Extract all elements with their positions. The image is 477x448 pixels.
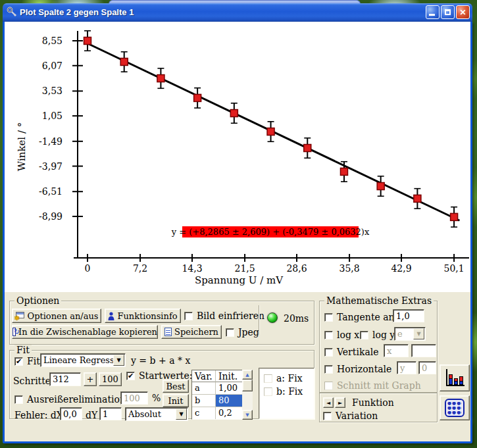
horizontale-var-input[interactable]: y — [397, 361, 416, 374]
schritte-100-button[interactable]: 100 — [99, 372, 122, 386]
statistics-chart-button[interactable] — [439, 364, 470, 391]
horizontale-value-input[interactable]: 0 — [418, 361, 436, 374]
scroll-down-button[interactable]: ▼ — [242, 410, 253, 420]
plot-canvas[interactable]: 8,556,073,531,05-1,49-3,97-6,51-8,9907,2… — [5, 22, 470, 292]
close-button[interactable]: ✕ — [456, 5, 470, 19]
funktion-next-button[interactable]: ► — [335, 397, 345, 408]
logy-checkbox[interactable]: log y — [360, 330, 395, 340]
data-point-marker — [120, 58, 128, 65]
startwerte-table[interactable]: Var.Init.a1,00b80c0,2 — [191, 370, 243, 420]
bild-einfrieren-checkbox[interactable]: Bild einfrieren — [184, 311, 264, 321]
divider — [259, 305, 260, 335]
table-cell[interactable]: 1,00 — [216, 382, 243, 395]
vertikale-value-input[interactable] — [411, 344, 436, 357]
table-header[interactable]: Var. — [192, 370, 216, 382]
fehler-dy-input[interactable]: 1 — [99, 407, 122, 420]
y-tick-label: 1,05 — [42, 111, 63, 121]
funktion-label: Funktion — [352, 397, 394, 408]
table-cell[interactable]: a — [192, 382, 216, 395]
combo-arrow-icon[interactable]: ▼ — [113, 355, 124, 366]
x-tick-label: 0 — [85, 263, 91, 274]
refresh-interval-label: 20ms — [284, 313, 309, 324]
minimize-button[interactable] — [426, 5, 439, 19]
fit-formula-label: y = b + a * x — [131, 355, 190, 366]
zwischenablage-button[interactable]: ↻ In die Zwischenablage kopieren — [12, 325, 158, 339]
abacus-icon: ●●●●●● ●●●●●● ●●●●●● — [445, 399, 464, 417]
y-tick-label: -6,51 — [39, 186, 63, 197]
b-fix-checkbox[interactable]: b: Fix — [264, 386, 303, 397]
fehler-combobox[interactable]: Absolut ▼ — [125, 407, 188, 421]
ausreisser-checkbox[interactable]: Ausreißerelimination — [14, 394, 126, 405]
bar-chart-icon — [445, 369, 464, 387]
window-title: Plot Spalte 2 gegen Spalte 1 — [20, 7, 134, 17]
table-cell[interactable]: b — [192, 395, 216, 407]
variation-checkbox[interactable]: Variation — [323, 411, 378, 421]
save-document-icon — [164, 328, 172, 336]
y-tick-label: -1,49 — [39, 136, 63, 147]
window-key-icon — [7, 7, 18, 18]
fit-checkbox[interactable]: ✔ Fit — [14, 356, 40, 366]
fehler-dx-input[interactable]: 0,0 — [60, 407, 82, 420]
data-point-marker — [451, 213, 458, 220]
vertikale-checkbox[interactable]: Vertikale — [324, 347, 379, 357]
y-tick-label: 3,53 — [42, 86, 63, 96]
speichern-button[interactable]: Speichern — [161, 325, 222, 339]
clipboard-icon: ↻ — [13, 328, 16, 336]
maximize-button[interactable] — [441, 5, 455, 19]
optionen-group-label: Optionen — [14, 295, 61, 306]
fehler-dx-label: Fehler: dX — [14, 410, 63, 420]
schnitt-checkbox[interactable]: Schnitt mit Graph — [324, 380, 421, 391]
tangente-checkbox[interactable]: Tangente an — [324, 312, 395, 322]
data-point-marker — [84, 37, 91, 45]
init-button[interactable]: Init — [163, 394, 189, 407]
x-tick-label: 28,6 — [286, 263, 307, 274]
data-point-marker — [230, 110, 238, 117]
horizontale-checkbox[interactable]: Horizontale — [324, 364, 391, 374]
scroll-up-button[interactable]: ▲ — [242, 370, 253, 380]
jpeg-checkbox[interactable]: Jpeg — [226, 327, 259, 337]
plot-window-titlebar[interactable]: Plot Spalte 2 gegen Spalte 1 ✕ — [3, 3, 472, 22]
combo-arrow-icon: ▼ — [413, 328, 424, 339]
log-base-combobox[interactable]: e ▼ — [394, 327, 426, 341]
schritte-plus-button[interactable]: + — [84, 372, 97, 386]
table-cell[interactable]: 80 — [216, 395, 243, 407]
table-header[interactable]: Init. — [216, 370, 243, 382]
person-icon — [108, 312, 114, 320]
table-cell[interactable]: c — [192, 407, 216, 420]
data-point-marker — [157, 75, 164, 82]
data-point-marker — [414, 195, 421, 202]
optionen-anaus-button[interactable]: ✱ Optionen an/aus — [12, 309, 101, 323]
plot-window: Plot Spalte 2 gegen Spalte 1 ✕ 8,556,073… — [3, 22, 472, 443]
x-tick-label: 21,5 — [234, 263, 255, 274]
a-fix-checkbox[interactable]: a: Fix — [264, 373, 303, 384]
best-button[interactable]: Best — [163, 380, 189, 393]
data-point-marker — [194, 94, 201, 101]
y-axis-title: Winkel / ° — [16, 122, 28, 171]
vertikale-var-input[interactable]: x — [384, 344, 409, 357]
fit-equation-label: y = (+8,2865 ± 2,609) + (-0,3479 ± 0,063… — [171, 227, 370, 237]
x-tick-label: 35,8 — [339, 263, 360, 274]
y-tick-label: -8,99 — [39, 211, 63, 222]
x-axis-title: Spannung U / mV — [195, 274, 284, 286]
table-cell[interactable]: 0,2 — [216, 407, 243, 420]
dy-label: dY — [86, 410, 97, 420]
percent-label: % — [152, 393, 161, 403]
funktion-prev-button[interactable]: ◄ — [323, 397, 334, 408]
data-point-marker — [304, 145, 311, 152]
regression-combobox[interactable]: Lineare Regressio ▼ — [40, 353, 126, 367]
table-scrollbar[interactable]: ▲ ▼ — [242, 370, 253, 420]
schritte-input[interactable]: 312 — [49, 372, 81, 386]
data-point-marker — [340, 168, 347, 175]
extras-group-label: Mathematische Extras — [324, 295, 434, 306]
ausreisser-percent-input[interactable]: 100 — [120, 391, 148, 405]
funktionsinfo-button[interactable]: Funktionsinfo — [105, 309, 181, 323]
scrollbar-thumb[interactable] — [242, 380, 253, 391]
combo-arrow-icon[interactable]: ▼ — [176, 409, 187, 420]
tangente-input[interactable]: 1,0 — [393, 309, 424, 322]
fit-group-label: Fit — [14, 345, 32, 355]
logx-checkbox[interactable]: log x — [324, 330, 359, 340]
x-tick-label: 14,3 — [182, 263, 202, 274]
status-led-icon — [267, 312, 278, 323]
x-tick-label: 50,1 — [444, 263, 464, 274]
calculator-button[interactable]: ●●●●●● ●●●●●● ●●●●●● — [439, 395, 470, 420]
